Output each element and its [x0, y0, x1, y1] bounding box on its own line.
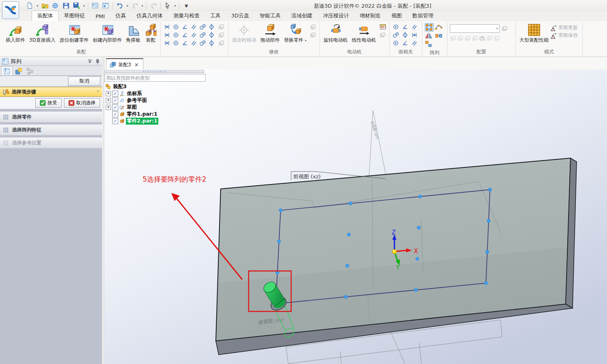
- insert-part-button[interactable]: 插入部件: [4, 22, 27, 44]
- page-button[interactable]: [25, 1, 35, 10]
- relation-command-icon[interactable]: [208, 39, 216, 47]
- ribbon-tab-6[interactable]: 测量与检查: [168, 11, 205, 21]
- tree-item[interactable]: +✓零件2.par:1: [104, 118, 206, 124]
- restricted-button[interactable]: 受限保存: [551, 32, 578, 39]
- ribbon-tab-12[interactable]: 增材制造: [354, 11, 386, 21]
- pattern-point[interactable]: [277, 240, 281, 243]
- viewport[interactable]: 右视图 (yz) 前视图 (xz) 俯视图 (xy): [104, 70, 607, 364]
- undo-button[interactable]: [115, 1, 125, 10]
- pattern-point[interactable]: [418, 195, 422, 198]
- config-tool-button[interactable]: [464, 35, 471, 42]
- tree-item[interactable]: +✓零件1.par:1: [104, 111, 206, 117]
- visibility-checkbox[interactable]: ✓: [112, 111, 118, 117]
- redo-button[interactable]: [149, 1, 158, 10]
- pattern-curve-button[interactable]: [435, 23, 443, 31]
- create-internal-button[interactable]: 创建内部部件: [91, 22, 124, 44]
- relation-command-icon[interactable]: [172, 39, 180, 47]
- visibility-checkbox[interactable]: ✓: [112, 118, 118, 124]
- select-step-header[interactable]: 选择项步骤 ⌃: [0, 87, 102, 97]
- config-tool-button[interactable]: [486, 35, 493, 42]
- face-relation-icon[interactable]: [392, 31, 400, 39]
- drag-part-button[interactable]: 拖动部件: [258, 22, 282, 44]
- face-relation-icon[interactable]: [401, 23, 409, 31]
- ribbon-tab-8[interactable]: 3D云盘: [226, 11, 254, 21]
- ribbon-tab-11[interactable]: 冲压模设计: [317, 11, 354, 21]
- tree-item[interactable]: +✓草图: [104, 104, 206, 110]
- large-asm-button[interactable]: 大型装配性能: [518, 22, 551, 44]
- pattern-point[interactable]: [487, 219, 490, 222]
- graysel-button[interactable]: [379, 32, 387, 38]
- relation-command-icon[interactable]: [190, 39, 198, 47]
- pattern-point[interactable]: [415, 257, 419, 260]
- relation-command-icon[interactable]: [208, 23, 216, 31]
- panel-tab-pathfinder[interactable]: [1, 66, 13, 75]
- pattern-point[interactable]: [346, 264, 349, 267]
- face-relation-icon[interactable]: [392, 23, 400, 31]
- relation-command-icon[interactable]: [208, 31, 216, 39]
- pattern-point[interactable]: [484, 281, 488, 285]
- mini-button[interactable]: [218, 23, 226, 30]
- panel-pin-icon[interactable]: [95, 59, 100, 64]
- pattern-point[interactable]: [347, 233, 350, 236]
- vartable-button[interactable]: X1=: [379, 23, 387, 30]
- pattern-point[interactable]: [486, 250, 489, 254]
- dropdown-caret-icon[interactable]: ▾: [36, 4, 39, 8]
- relation-command-icon[interactable]: [181, 31, 189, 39]
- globe-button[interactable]: [51, 1, 60, 10]
- face-relation-icon[interactable]: [411, 31, 419, 39]
- relation-command-icon[interactable]: [199, 23, 207, 31]
- document-tab[interactable]: 装配3 ✕: [106, 58, 143, 70]
- relation-command-icon[interactable]: [163, 31, 171, 39]
- create-inplace-button[interactable]: 原位创建零件: [58, 22, 91, 44]
- ribbon-tab-14[interactable]: 数据管理: [407, 11, 439, 21]
- listdoc-button[interactable]: [90, 1, 100, 10]
- close-tab-icon[interactable]: ✕: [134, 62, 140, 68]
- dropdown-caret-icon[interactable]: ▾: [126, 4, 129, 8]
- face-relation-icon[interactable]: [401, 39, 409, 47]
- pattern-point[interactable]: [279, 209, 282, 212]
- tree-root[interactable]: 装配3: [104, 83, 206, 90]
- pattern-point[interactable]: [344, 295, 347, 298]
- relation-command-icon[interactable]: [172, 23, 180, 31]
- dropdown-caret-icon[interactable]: ▾: [82, 4, 86, 8]
- assemble-button[interactable]: 装配: [143, 22, 159, 44]
- config-tool-button[interactable]: [457, 35, 464, 42]
- visibility-checkbox[interactable]: ✓: [112, 97, 118, 104]
- ribbon-tab-5[interactable]: 仿真几何体: [131, 11, 168, 21]
- ribbon-tab-13[interactable]: 视图: [386, 11, 407, 21]
- relation-command-icon[interactable]: [181, 23, 189, 31]
- relation-command-icon[interactable]: [190, 31, 198, 39]
- pattern-point[interactable]: [488, 188, 492, 191]
- deselect-button[interactable]: 取消选择: [64, 98, 100, 108]
- move-on-select-button[interactable]: 选定时移动: [230, 22, 258, 44]
- face-relation-icon[interactable]: [401, 31, 409, 39]
- relation-command-icon[interactable]: [163, 39, 171, 47]
- visibility-checkbox[interactable]: ✓: [112, 104, 118, 110]
- pattern-point[interactable]: [414, 288, 417, 292]
- panel-collapse-icon[interactable]: [87, 59, 93, 64]
- restricted-button[interactable]: 受限更新: [551, 24, 578, 31]
- configuration-combobox[interactable]: ▾: [450, 24, 500, 33]
- cursor-button[interactable]: [163, 1, 173, 10]
- pattern-button[interactable]: [425, 23, 434, 32]
- ribbon-tab-4[interactable]: 仿真: [110, 11, 131, 21]
- config-tool-button[interactable]: [472, 35, 478, 42]
- pattern-point[interactable]: [349, 202, 352, 205]
- mini-button[interactable]: [309, 23, 317, 30]
- relation-command-icon[interactable]: [199, 31, 207, 39]
- tree-item[interactable]: +✓参考平面: [104, 97, 206, 104]
- windoc-button[interactable]: [101, 1, 111, 10]
- ribbon-tab-3[interactable]: PMI: [90, 12, 110, 21]
- step-enabled[interactable]: 选择零件: [0, 111, 102, 123]
- cancel-button[interactable]: 取消: [68, 76, 100, 86]
- face-relation-icon[interactable]: [411, 23, 419, 31]
- panel-tab-library[interactable]: [13, 67, 24, 75]
- tree-item[interactable]: +✓z坐标系: [104, 90, 206, 97]
- ribbon-tab-10[interactable]: 流域创建: [286, 11, 317, 21]
- ribbon-tab-2[interactable]: 草图特征: [59, 11, 90, 21]
- mirror-button[interactable]: [425, 32, 433, 40]
- visibility-checkbox[interactable]: ✓: [112, 91, 118, 97]
- replace-part-button[interactable]: 替换零件 ▾: [282, 22, 309, 44]
- component-search-input[interactable]: [104, 74, 206, 82]
- expand-icon[interactable]: +: [106, 105, 111, 110]
